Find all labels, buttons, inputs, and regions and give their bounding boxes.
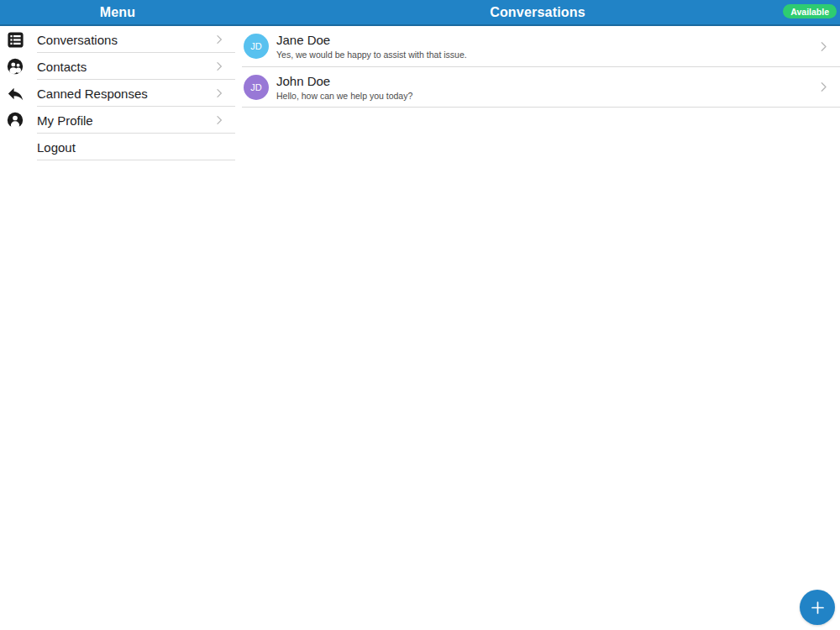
conversation-row[interactable]: JD Jane Doe Yes, we would be happy to as… <box>235 26 840 67</box>
person-icon <box>6 111 24 129</box>
sidebar-item-label: Canned Responses <box>37 87 235 101</box>
sidebar-item-my-profile[interactable]: My Profile <box>0 107 235 134</box>
conversation-name: Jane Doe <box>276 33 467 47</box>
conversation-list: JD Jane Doe Yes, we would be happy to as… <box>235 26 840 108</box>
sidebar-item-label: Contacts <box>37 60 235 74</box>
chevron-right-icon <box>213 34 225 45</box>
sidebar-item-label: Conversations <box>37 33 235 47</box>
chevron-right-icon <box>817 40 830 53</box>
conversations-pane-title: Conversations <box>235 0 840 24</box>
conversation-preview: Yes, we would be happy to assist with th… <box>276 50 467 60</box>
chevron-right-icon <box>213 114 225 126</box>
reply-arrow-icon <box>6 84 25 103</box>
chevron-right-icon <box>213 87 225 99</box>
sidebar-item-contacts[interactable]: Contacts <box>0 53 235 80</box>
conversation-row[interactable]: JD John Doe Hello, how can we help you t… <box>235 67 840 108</box>
sidebar-item-label: Logout <box>37 140 235 155</box>
chevron-right-icon <box>213 87 225 99</box>
avatar: JD <box>244 34 269 59</box>
conversation-name: John Doe <box>276 74 412 88</box>
sidebar-item-canned-responses[interactable]: Canned Responses <box>0 80 235 107</box>
chevron-right-icon <box>817 81 830 93</box>
people-icon <box>6 57 24 76</box>
app-header: Menu Conversations Available <box>0 0 840 26</box>
conversation-preview: Hello, how can we help you today? <box>276 91 412 101</box>
menu-pane-title: Menu <box>0 0 235 24</box>
chevron-right-icon <box>817 81 830 93</box>
sidebar-item-label: My Profile <box>37 113 235 128</box>
chevron-right-icon <box>213 114 225 126</box>
plus-icon <box>810 600 826 616</box>
chevron-right-icon <box>213 34 225 45</box>
sidebar-item-logout[interactable]: Logout <box>0 134 235 160</box>
chevron-right-icon <box>213 60 225 72</box>
chevron-right-icon <box>213 60 225 72</box>
new-conversation-fab-button[interactable] <box>800 590 835 625</box>
availability-badge[interactable]: Available <box>783 4 837 18</box>
sidebar-item-conversations[interactable]: Conversations <box>0 26 235 53</box>
sidebar-menu: Conversations Contacts Canned Responses … <box>0 26 235 160</box>
chevron-right-icon <box>817 40 830 53</box>
list-icon <box>6 30 25 50</box>
avatar: JD <box>244 75 269 100</box>
